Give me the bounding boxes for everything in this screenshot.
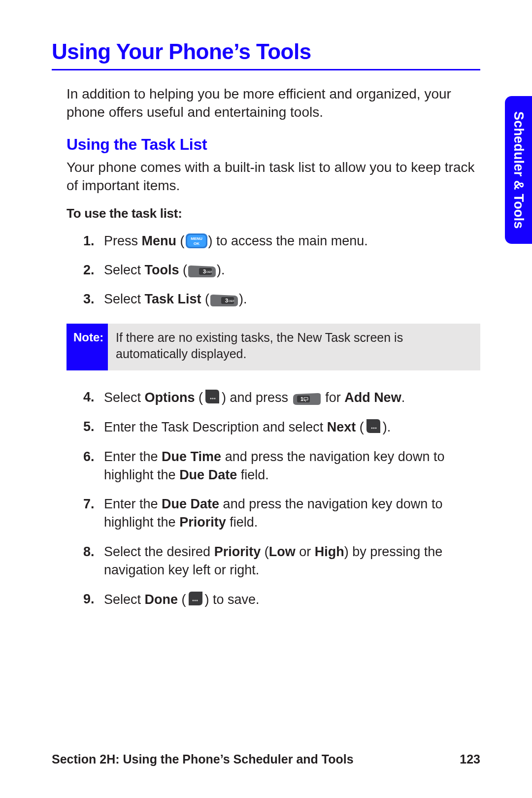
subheading: Using the Task List [52, 135, 480, 154]
svg-text:OK: OK [194, 241, 200, 246]
key-3-icon: 3DEF [210, 295, 238, 306]
svg-text:1: 1 [300, 396, 303, 402]
section-tab-label: Scheduler & Tools [511, 111, 526, 229]
step-8: Select the desired Priority (Low or High… [83, 543, 480, 591]
svg-text:DEF: DEF [206, 270, 212, 273]
note-label: Note: [66, 324, 108, 371]
step-9: Select Done ( ) to save. [83, 590, 480, 620]
left-softkey-icon [187, 590, 204, 607]
svg-text:3: 3 [225, 298, 228, 303]
note-box: Note: If there are no existing tasks, th… [66, 324, 480, 371]
manual-page: Scheduler & Tools Using Your Phone’s Too… [0, 0, 532, 798]
step-6: Enter the Due Time and press the navigat… [83, 448, 480, 496]
right-softkey-icon [365, 418, 382, 434]
footer-section: Section 2H: Using the Phone’s Scheduler … [52, 752, 354, 766]
step-5: Enter the Task Description and select Ne… [83, 418, 480, 447]
step-3: Select Task List ( 3DEF ). [83, 290, 480, 319]
svg-text:DEF: DEF [229, 299, 234, 302]
svg-point-18 [192, 600, 194, 601]
step-2: Select Tools ( 3DEF ). [83, 261, 480, 290]
svg-text:3: 3 [203, 268, 206, 274]
svg-point-16 [373, 428, 374, 429]
section-tab: Scheduler & Tools [505, 96, 532, 244]
svg-point-19 [194, 600, 196, 601]
note-body: If there are no existing tasks, the New … [108, 324, 480, 371]
key-1-icon: 1 [293, 393, 321, 405]
step-1: Press Menu ( MENUOK ) to access the main… [83, 232, 480, 261]
right-softkey-icon [204, 388, 221, 405]
steps-list: Press Menu ( MENUOK ) to access the main… [52, 232, 480, 320]
subhead-body: Your phone comes with a built-in task li… [52, 159, 480, 195]
svg-point-20 [196, 600, 198, 601]
step-4: Select Options ( ) and press 1 for Add N… [83, 388, 480, 418]
svg-point-12 [214, 398, 216, 399]
svg-point-11 [212, 398, 214, 399]
svg-point-10 [210, 398, 212, 399]
title-rule [52, 69, 480, 70]
step-7: Enter the Due Date and press the navigat… [83, 495, 480, 543]
menu-ok-key-icon: MENUOK [186, 233, 207, 248]
page-footer: Section 2H: Using the Phone’s Scheduler … [52, 752, 480, 766]
svg-point-15 [371, 428, 372, 429]
intro-paragraph: In addition to helping you be more effic… [52, 85, 480, 122]
svg-point-17 [375, 428, 376, 429]
footer-page-number: 123 [460, 752, 480, 766]
steps-list-continued: Select Options ( ) and press 1 for Add N… [52, 388, 480, 620]
page-title: Using Your Phone’s Tools [52, 39, 480, 64]
key-3-icon: 3DEF [188, 266, 216, 277]
procedure-lead-in: To use the task list: [52, 206, 480, 221]
svg-text:MENU: MENU [191, 236, 202, 241]
